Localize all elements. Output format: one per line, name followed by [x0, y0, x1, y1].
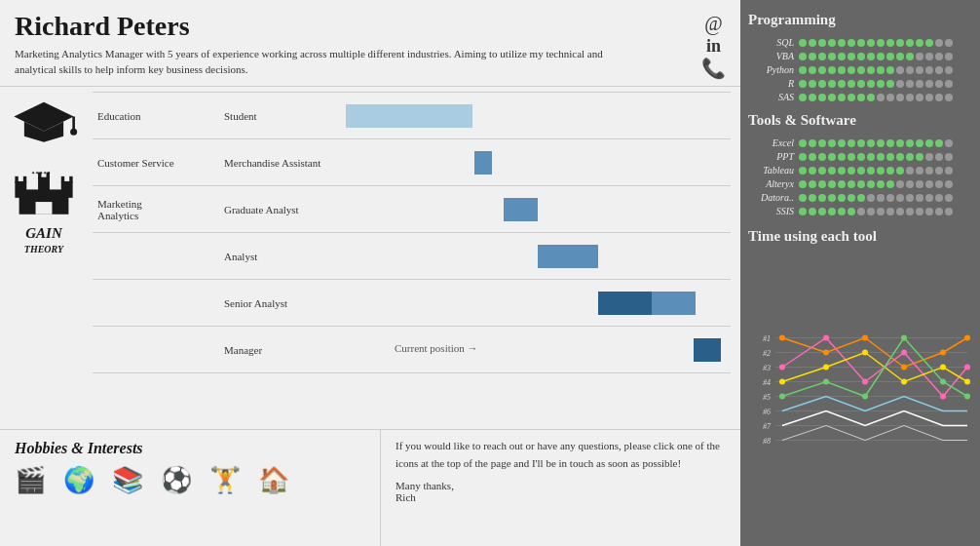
svg-rect-14 — [36, 202, 53, 214]
dot-filled — [818, 139, 826, 147]
bar-cell-student — [346, 93, 731, 139]
svg-point-44 — [779, 379, 785, 385]
dot-empty — [906, 180, 914, 188]
hobby-soccer-icon: ⚽ — [161, 465, 192, 495]
dot-empty — [925, 153, 933, 161]
svg-point-53 — [901, 335, 907, 341]
dot-filled — [848, 180, 855, 188]
skill-row-r: R — [748, 78, 972, 89]
skill-row-vba: VBA — [748, 51, 972, 61]
dot-filled — [857, 153, 865, 161]
dot-filled — [867, 66, 875, 74]
dot-filled — [838, 180, 846, 188]
dot-empty — [906, 66, 914, 74]
dot-filled — [799, 153, 807, 161]
svg-rect-5 — [15, 181, 26, 198]
dot-filled — [838, 167, 846, 175]
job-category-senior — [93, 280, 219, 327]
dot-filled — [838, 39, 846, 47]
dot-filled — [867, 167, 875, 175]
dot-empty — [935, 167, 943, 175]
dot-filled — [838, 153, 846, 161]
bar-analyst — [538, 245, 598, 268]
dot-filled — [848, 153, 855, 161]
dot-filled — [886, 153, 894, 161]
dot-filled — [799, 53, 807, 60]
dot-empty — [945, 139, 953, 147]
dot-empty — [945, 53, 953, 60]
tool-dots — [799, 194, 953, 202]
dot-filled — [867, 53, 875, 60]
dot-filled — [877, 39, 885, 47]
svg-point-54 — [940, 379, 946, 385]
dot-empty — [945, 153, 953, 161]
dot-filled — [828, 94, 836, 101]
dot-filled — [848, 194, 855, 202]
hobby-home-icon: 🏠 — [258, 465, 289, 495]
graduation-hat-icon — [10, 97, 78, 150]
dot-empty — [916, 180, 923, 188]
skill-row-python: Python — [748, 64, 972, 75]
skill-name: VBA — [748, 51, 799, 61]
dot-filled — [799, 66, 807, 74]
dot-filled — [799, 208, 807, 215]
dot-empty — [925, 208, 933, 215]
tool-dots — [799, 180, 953, 188]
tool-name: Datora.. — [748, 192, 799, 203]
dot-filled — [809, 167, 816, 175]
svg-point-40 — [862, 379, 868, 385]
current-position-label: Current position → — [395, 342, 478, 354]
job-category-cs: Customer Service — [93, 139, 219, 186]
dot-empty — [925, 53, 933, 60]
dot-filled — [886, 66, 894, 74]
linkedin-icon[interactable]: in — [706, 37, 721, 55]
job-title-merchandise: Merchandise Assistant — [219, 139, 346, 186]
dot-filled — [877, 180, 885, 188]
dot-empty — [916, 167, 923, 175]
dot-filled — [886, 53, 894, 60]
job-title-senior-analyst: Senior Analyst — [219, 280, 346, 327]
dot-empty — [896, 66, 904, 74]
email-icon[interactable]: @ — [704, 14, 722, 33]
dot-filled — [799, 80, 807, 88]
bar-cell-manager: Current position → — [346, 327, 731, 373]
svg-point-33 — [823, 350, 829, 356]
dot-filled — [818, 94, 826, 101]
dot-empty — [935, 153, 943, 161]
dot-filled — [916, 39, 923, 47]
dot-empty — [925, 194, 933, 202]
dot-filled — [857, 139, 865, 147]
dot-filled — [799, 39, 807, 47]
skill-row-sas: SAS — [748, 92, 972, 102]
svg-point-49 — [964, 379, 970, 385]
dot-filled — [906, 53, 914, 60]
phone-icon[interactable]: 📞 — [701, 58, 726, 78]
tool-name: Alteryx — [748, 178, 799, 189]
dot-filled — [838, 208, 846, 215]
dot-filled — [896, 153, 904, 161]
svg-point-48 — [940, 365, 946, 370]
dot-empty — [945, 194, 953, 202]
contact-signature: Many thanks, Rich — [396, 480, 726, 503]
dot-filled — [896, 39, 904, 47]
time-chart-title: Time using each tool — [748, 228, 972, 245]
dot-filled — [818, 53, 826, 60]
hobby-globe-icon: 🌍 — [63, 465, 94, 495]
hobby-film-icon: 🎬 — [15, 465, 46, 495]
dot-empty — [896, 194, 904, 202]
dot-filled — [838, 94, 846, 101]
tool-row-datora..: Datora.. — [748, 192, 972, 203]
svg-marker-0 — [14, 102, 73, 132]
skill-dots — [799, 53, 953, 60]
dot-filled — [935, 139, 943, 147]
tool-name: Excel — [748, 137, 799, 148]
svg-point-38 — [779, 365, 785, 370]
svg-point-46 — [862, 350, 868, 356]
dot-empty — [935, 194, 943, 202]
dot-empty — [925, 80, 933, 88]
dot-filled — [818, 167, 826, 175]
tool-dots — [799, 153, 953, 161]
bar-cell-senior-analyst — [346, 280, 731, 327]
skill-name: SAS — [748, 92, 799, 102]
bar-grad-analyst — [504, 198, 538, 221]
